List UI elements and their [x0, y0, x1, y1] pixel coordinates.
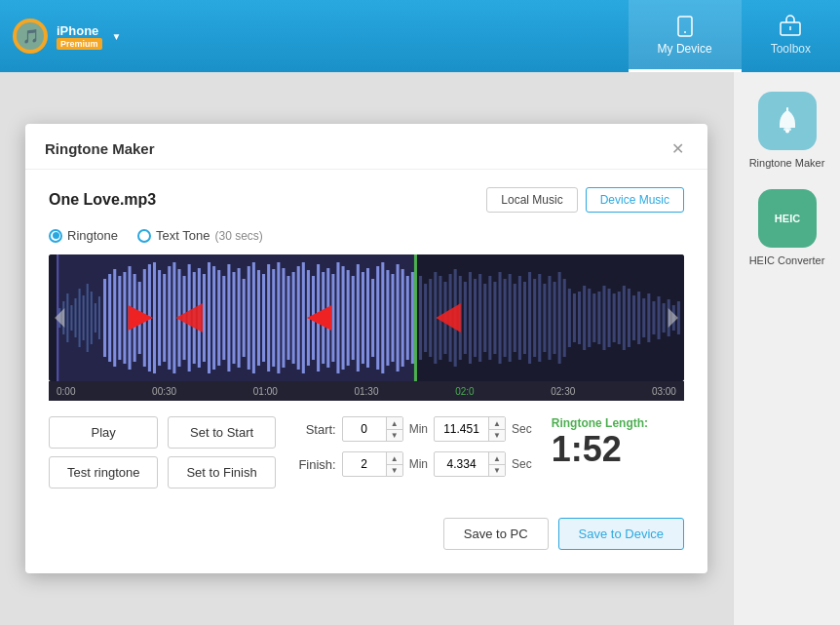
svg-rect-86 [401, 269, 404, 367]
start-min-down[interactable]: ▼ [387, 429, 402, 441]
finish-min-down[interactable]: ▼ [387, 464, 402, 476]
svg-text:🎵: 🎵 [22, 28, 40, 45]
set-to-start-button[interactable]: Set to Start [168, 416, 275, 449]
waveform-svg: placeholder [49, 254, 684, 381]
svg-rect-25 [98, 296, 100, 339]
save-to-device-button[interactable]: Save to Device [558, 518, 684, 550]
radio-text-tone-note: (30 secs) [214, 229, 262, 243]
start-sec-up[interactable]: ▲ [489, 417, 505, 429]
ringtone-maker-dialog: Ringtone Maker ✕ One Love.mp3 Local Musi… [25, 124, 707, 573]
svg-rect-17 [66, 293, 68, 342]
svg-rect-98 [464, 282, 467, 354]
svg-rect-107 [509, 274, 512, 362]
radio-ringtone[interactable]: Ringtone [49, 228, 118, 243]
svg-rect-36 [153, 262, 156, 373]
svg-rect-79 [366, 268, 369, 368]
ringtone-length-value: 1:52 [552, 430, 648, 469]
svg-rect-83 [386, 270, 389, 366]
svg-rect-76 [352, 276, 355, 360]
start-min-spinners: ▲ ▼ [386, 417, 402, 441]
save-to-pc-button[interactable]: Save to PC [443, 518, 549, 550]
ringtone-maker-icon [758, 92, 817, 150]
svg-rect-122 [583, 286, 586, 350]
premium-badge: Premium [57, 38, 102, 50]
svg-rect-90 [424, 284, 427, 352]
finish-sec-down[interactable]: ▼ [489, 464, 505, 476]
svg-rect-136 [652, 301, 655, 334]
top-bar: 🎵 iPhone Premium ▼ My Device Toolbox [0, 0, 840, 72]
svg-rect-102 [483, 284, 486, 352]
start-time-row: Start: ▲ ▼ Min ▲ [295, 416, 532, 442]
start-min-input[interactable] [343, 418, 386, 440]
timeline-label-0: 0:00 [57, 386, 75, 397]
svg-rect-109 [518, 276, 521, 360]
svg-rect-123 [588, 289, 591, 347]
test-ringtone-button[interactable]: Test ringtone [49, 456, 158, 488]
svg-rect-73 [336, 262, 339, 373]
svg-rect-58 [262, 274, 265, 362]
svg-rect-127 [608, 289, 611, 347]
svg-rect-19 [74, 298, 76, 337]
finish-sec-label: Sec [512, 457, 532, 471]
tab-my-device-label: My Device [658, 42, 712, 56]
start-min-up[interactable]: ▲ [387, 417, 402, 429]
svg-rect-18 [70, 305, 72, 331]
tab-my-device[interactable]: My Device [629, 0, 742, 72]
radio-ringtone-label: Ringtone [67, 228, 118, 243]
start-sec-input[interactable] [435, 418, 488, 440]
svg-rect-131 [628, 289, 630, 347]
dialog-title-bar: Ringtone Maker ✕ [25, 124, 707, 170]
svg-rect-129 [618, 292, 621, 344]
svg-rect-66 [302, 262, 305, 373]
radio-text-tone[interactable]: Text Tone (30 secs) [137, 228, 263, 243]
finish-min-up[interactable]: ▲ [387, 452, 402, 464]
set-to-finish-button[interactable]: Set to Finish [168, 456, 275, 488]
svg-rect-106 [504, 279, 507, 357]
waveform-container[interactable]: placeholder [49, 254, 684, 381]
sidebar-tool-ringtone-maker[interactable]: Ringtone Maker [744, 92, 831, 170]
svg-rect-134 [642, 298, 645, 337]
finish-sec-up[interactable]: ▲ [489, 452, 505, 464]
svg-rect-125 [597, 292, 600, 344]
device-music-button[interactable]: Device Music [586, 187, 684, 213]
svg-rect-137 [657, 296, 660, 339]
svg-rect-115 [548, 276, 551, 360]
finish-sec-input[interactable] [435, 453, 488, 475]
svg-rect-48 [212, 266, 215, 370]
finish-min-input[interactable] [343, 453, 386, 475]
local-music-button[interactable]: Local Music [486, 187, 577, 213]
svg-rect-105 [498, 272, 501, 364]
tab-toolbox[interactable]: Toolbox [742, 0, 840, 72]
svg-rect-39 [168, 266, 171, 370]
svg-rect-108 [514, 284, 516, 352]
music-source-buttons: Local Music Device Music [486, 187, 684, 213]
middle-control-buttons: Set to Start Set to Finish [168, 416, 275, 488]
svg-rect-99 [469, 272, 472, 364]
svg-rect-21 [83, 295, 85, 340]
device-dropdown-arrow[interactable]: ▼ [112, 31, 122, 42]
waveform-area: placeholder [49, 254, 684, 401]
play-button[interactable]: Play [49, 416, 158, 449]
logo-area: 🎵 iPhone Premium ▼ [0, 0, 156, 72]
dialog-close-button[interactable]: ✕ [667, 137, 688, 159]
svg-text:HEIC: HEIC [774, 213, 799, 224]
svg-rect-112 [533, 279, 536, 357]
svg-rect-104 [493, 282, 496, 354]
svg-rect-110 [523, 282, 526, 354]
svg-rect-47 [208, 262, 210, 373]
time-inputs: Start: ▲ ▼ Min ▲ [295, 416, 532, 477]
svg-rect-52 [232, 272, 235, 364]
svg-rect-62 [282, 268, 285, 368]
svg-rect-23 [91, 292, 93, 344]
finish-min-label: Min [409, 457, 428, 471]
heic-converter-label: HEIC Converter [749, 254, 825, 267]
sidebar-tool-heic-converter[interactable]: HEIC HEIC Converter [744, 189, 831, 267]
svg-rect-20 [79, 289, 81, 347]
svg-rect-91 [429, 279, 432, 357]
heic-converter-icon: HEIC [758, 189, 817, 248]
start-sec-down[interactable]: ▼ [489, 429, 505, 441]
svg-rect-59 [267, 264, 270, 371]
controls-area: Play Test ringtone Set to Start Set to F… [49, 416, 684, 488]
svg-rect-121 [578, 292, 581, 344]
svg-rect-103 [488, 276, 491, 360]
